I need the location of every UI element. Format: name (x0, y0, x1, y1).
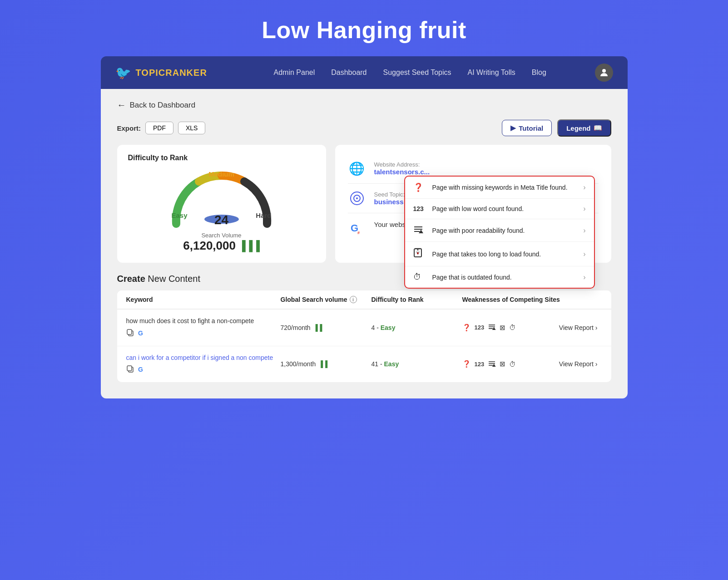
weakness-readability-icon-0 (488, 324, 496, 331)
website-address-value[interactable]: talentsensors.c... (374, 168, 599, 176)
keyword-text-1[interactable]: can i work for a competitor if i signed … (126, 354, 281, 363)
legend-text-missing-keywords: Page with missing keywords in Meta Title… (432, 184, 577, 191)
volume-bar-icon-0: ▐▐ (313, 324, 322, 331)
slow-load-icon (413, 248, 426, 260)
gauge-number: 24 (214, 213, 228, 227)
volume-bar-icon: ▐▐▐ (238, 240, 260, 252)
back-arrow-icon: ← (117, 100, 126, 110)
globe-icon: 🌐 (348, 161, 366, 176)
play-icon: ▶ (510, 124, 516, 132)
legend-item-poor-readability[interactable]: Page with poor readability found. › (405, 219, 594, 242)
nav-dashboard[interactable]: Dashboard (331, 69, 366, 77)
weakness-cell-1: ❓ 123 ⊠ ⏱ View Report › (462, 359, 602, 369)
legend-popup: ❓ Page with missing keywords in Meta Tit… (404, 176, 595, 289)
weakness-123-icon-1: 123 (475, 361, 485, 368)
th-difficulty: Difficulty to Rank (371, 296, 462, 303)
logo-bird-icon: 🐦 (115, 65, 131, 80)
google-search-icon-1[interactable]: G (138, 365, 146, 375)
legend-item-slow-load[interactable]: Page that takes too long to load found. … (405, 242, 594, 266)
main-card: 🐦 TOPICRANKER Admin Panel Dashboard Sugg… (101, 56, 628, 398)
table-header: Keyword Global Search volume i Difficult… (117, 290, 611, 310)
chevron-right-icon-4: › (583, 273, 585, 281)
word-count-icon: 123 (413, 205, 426, 212)
weakness-cell-0: ❓ 123 ⊠ ⏱ View Report › (462, 322, 602, 333)
nav-links: Admin Panel Dashboard Suggest Seed Topic… (225, 69, 595, 77)
content-area: ← Back to Dashboard Export: PDF XLS ▶ Tu… (101, 89, 628, 398)
view-report-button-0[interactable]: View Report › (555, 322, 602, 333)
legend-text-slow-load: Page that takes too long to load found. (432, 251, 577, 258)
logo-topic: TOPIC (136, 68, 166, 78)
search-volume-value: 6,120,000 ▐▐▐ (183, 239, 259, 253)
difficulty-card: Difficulty to Rank (117, 145, 326, 263)
background-wrapper: Low Hanging fruit 🐦 TOPICRANKER Admin Pa… (0, 0, 728, 580)
content-table: Keyword Global Search volume i Difficult… (117, 290, 611, 382)
difficulty-label-0: Easy (381, 324, 396, 331)
legend-item-low-word-count[interactable]: 123 Page with low word count found. › (405, 199, 594, 219)
weakness-time-icon-1: ⏱ (509, 360, 516, 368)
back-to-dashboard[interactable]: ← Back to Dashboard (117, 100, 611, 110)
nav-suggest-seed-topics[interactable]: Suggest Seed Topics (383, 69, 451, 77)
website-address-content: Website Address: talentsensors.c... (374, 161, 599, 176)
weakness-readability-icon-1 (488, 360, 496, 368)
volume-bar-icon-1: ▐▐ (318, 360, 327, 368)
export-group: Export: PDF XLS (117, 122, 206, 134)
back-link-label: Back to Dashboard (130, 101, 196, 110)
seed-topic-icon (348, 191, 366, 206)
search-volume-number: 6,120,000 (183, 239, 236, 253)
copy-icon-0[interactable] (126, 329, 134, 339)
view-report-label-0: View Report (559, 324, 594, 331)
legend-item-outdated[interactable]: ⏱ Page that is outdated found. › (405, 266, 594, 288)
legend-item-missing-keywords[interactable]: ❓ Page with missing keywords in Meta Tit… (405, 177, 594, 199)
export-xls-button[interactable]: XLS (178, 122, 205, 134)
user-avatar[interactable] (595, 64, 613, 82)
tutorial-button[interactable]: ▶ Tutorial (502, 120, 552, 136)
svg-marker-14 (416, 251, 420, 255)
gauge-container: Medium Easy Hard 24 (167, 169, 276, 228)
svg-rect-17 (127, 329, 132, 334)
readability-icon (413, 225, 426, 236)
nav-blog[interactable]: Blog (532, 69, 546, 77)
tutorial-label: Tutorial (519, 124, 543, 132)
keyword-icons-0: G (126, 329, 281, 339)
page-title: Low Hanging fruit (262, 0, 466, 56)
weakness-load-icon-1: ⊠ (500, 360, 505, 368)
th-keyword: Keyword (126, 296, 281, 303)
th-weaknesses: Weaknesses of Competing Sites (462, 296, 602, 303)
keyword-text-0: how much does it cost to fight a non-com… (126, 317, 281, 326)
chevron-right-icon-2: › (583, 226, 585, 235)
legend-text-low-word-count: Page with low word count found. (432, 205, 577, 212)
create-regular: New Content (145, 274, 200, 284)
gauge-easy-label: Easy (172, 211, 188, 219)
svg-text:#: # (357, 231, 360, 235)
volume-value-0: 720/month (281, 324, 311, 331)
book-icon: 📖 (594, 124, 602, 132)
google-icon: G # (348, 221, 366, 235)
difficulty-number-0: 4 (371, 324, 375, 331)
website-address-label: Website Address: (374, 161, 599, 168)
navbar: 🐦 TOPICRANKER Admin Panel Dashboard Sugg… (101, 56, 628, 89)
view-report-label-1: View Report (559, 360, 594, 368)
difficulty-cell-1: 41 - Easy (371, 360, 462, 368)
nav-admin-panel[interactable]: Admin Panel (274, 69, 315, 77)
google-search-icon-0[interactable]: G (138, 329, 146, 339)
create-bold: Create (117, 274, 145, 284)
nav-ai-writing-tolls[interactable]: AI Writing Tolls (468, 69, 515, 77)
keyword-icons-1: G (126, 365, 281, 375)
legend-label: Legend (566, 124, 590, 132)
view-report-button-1[interactable]: View Report › (555, 359, 602, 369)
copy-icon-1[interactable] (126, 365, 134, 375)
search-volume-label: Search Volume (201, 232, 241, 239)
logo-text: TOPICRANKER (136, 68, 207, 78)
search-volume-info-icon[interactable]: i (350, 296, 357, 303)
view-report-arrow-1: › (595, 360, 598, 368)
question-circle-icon: ❓ (413, 182, 426, 192)
gauge-medium-label: Medium (208, 170, 234, 178)
difficulty-number-1: 41 (371, 360, 379, 368)
difficulty-label-1: Easy (384, 360, 399, 368)
legend-button[interactable]: Legend 📖 (557, 119, 611, 137)
export-pdf-button[interactable]: PDF (145, 122, 173, 134)
logo-ranker: RANKER (165, 68, 207, 78)
export-label: Export: (117, 124, 141, 132)
action-buttons: ▶ Tutorial Legend 📖 (502, 119, 611, 137)
svg-text:G: G (138, 366, 143, 373)
